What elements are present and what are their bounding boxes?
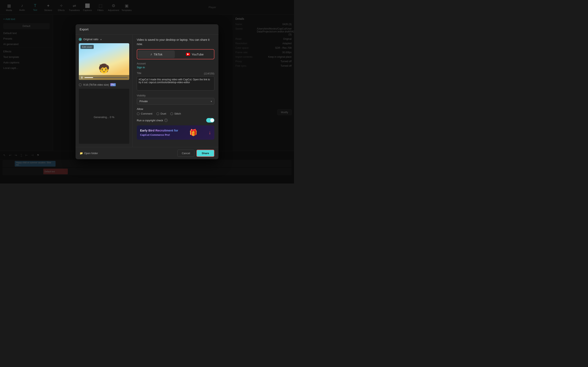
progress-bar[interactable] xyxy=(85,77,128,78)
progress-fill xyxy=(85,77,93,78)
allow-section: Allow Comment Duet Stitch xyxy=(137,108,214,115)
generating-text: Generating... 0 % xyxy=(94,116,114,119)
share-message: Video is saved to your desktop or laptop… xyxy=(137,38,214,46)
dialog-footer: 📁 Open folder Cancel Share xyxy=(76,147,218,159)
visibility-select-wrapper: Private Public Friends ▼ xyxy=(137,98,214,105)
stitch-checkbox xyxy=(170,112,173,115)
tiktok-ratio-row: 9:16 (TikTok video size) Pro xyxy=(79,83,129,86)
account-label: Account xyxy=(137,62,214,65)
stitch-label: Stitch xyxy=(174,112,181,115)
tab-tiktok[interactable]: ♪ TikTok xyxy=(138,50,175,58)
play-button[interactable]: ⏸ xyxy=(80,76,83,79)
info-icon[interactable]: ? xyxy=(164,119,168,122)
tiktok-ratio-label: 9:16 (TikTok video size) xyxy=(83,83,109,86)
radio-dot-inner xyxy=(80,39,81,40)
title-label: Title xyxy=(137,72,141,75)
banner-subtitle: CapCut Commerce Pro! xyxy=(140,133,178,137)
dialog-left-panel: Original ratio ▲ 🧒 Edit cover ⏸ xyxy=(76,34,133,147)
dialog-body: Original ratio ▲ 🧒 Edit cover ⏸ xyxy=(76,34,218,147)
dialog-header: Export xyxy=(76,24,218,34)
allow-duet[interactable]: Duet xyxy=(156,112,166,115)
tab-youtube[interactable]: YouTube xyxy=(176,50,213,58)
promo-banner[interactable]: Early Bird Recruitment for CapCut Commer… xyxy=(137,125,214,140)
video-controls: ⏸ xyxy=(79,75,129,80)
duet-label: Duet xyxy=(160,112,166,115)
account-section: Account Sign in xyxy=(137,62,214,69)
folder-icon: 📁 xyxy=(80,152,83,155)
allow-label: Allow xyxy=(137,108,214,110)
allow-stitch[interactable]: Stitch xyxy=(170,112,181,115)
comment-checkbox xyxy=(137,112,140,115)
platform-tabs: ♪ TikTok YouTube xyxy=(137,49,214,59)
copyright-section: Run a copyright check ? xyxy=(137,118,214,123)
ratio-label: Original ratio xyxy=(83,38,98,41)
duet-checkbox xyxy=(156,112,159,115)
tiktok-label: TikTok xyxy=(154,53,163,56)
cover-preview: 🧒 Edit cover ⏸ xyxy=(79,43,129,80)
title-textarea[interactable]: #CapCut I made this amazing video with C… xyxy=(137,76,214,91)
banner-arrow: ↓ xyxy=(209,130,211,135)
copyright-toggle[interactable] xyxy=(206,118,214,123)
modal-overlay: Export Original ratio ▲ xyxy=(0,0,294,184)
cover-image: 🧒 Edit cover ⏸ xyxy=(79,43,129,80)
allow-checkboxes: Comment Duet Stitch xyxy=(137,112,214,115)
open-folder-button[interactable]: 📁 Open folder xyxy=(80,152,98,155)
banner-text: Early Bird Recruitment for CapCut Commer… xyxy=(140,128,178,137)
footer-buttons: Cancel Share xyxy=(177,150,214,157)
banner-title: Early Bird Recruitment for xyxy=(140,128,178,133)
share-button[interactable]: Share xyxy=(196,150,214,157)
ratio-option[interactable]: Original ratio ▲ xyxy=(79,38,129,41)
title-header: Title (114/150) xyxy=(137,72,214,75)
youtube-icon xyxy=(186,53,190,56)
banner-decoration: 🎁 xyxy=(189,129,198,136)
copyright-label: Run a copyright check ? xyxy=(137,119,168,122)
sign-in-link[interactable]: Sign in xyxy=(137,66,214,69)
pro-badge: Pro xyxy=(110,83,116,86)
youtube-label: YouTube xyxy=(192,53,204,56)
export-dialog: Export Original ratio ▲ xyxy=(76,24,218,159)
title-count: (114/150) xyxy=(204,72,214,75)
tiktok-radio[interactable] xyxy=(79,83,82,86)
edit-cover-button[interactable]: Edit cover xyxy=(80,45,94,49)
toggle-knob xyxy=(210,118,214,122)
tiktok-icon: ♪ xyxy=(150,52,152,56)
visibility-label: Visibility xyxy=(137,94,214,97)
visibility-section: Visibility Private Public Friends ▼ xyxy=(137,94,214,105)
ratio-chevron: ▲ xyxy=(100,38,102,40)
ratio-preview: Generating... 0 % xyxy=(79,89,129,144)
radio-dot xyxy=(79,38,82,41)
cancel-button[interactable]: Cancel xyxy=(177,150,194,157)
comment-label: Comment xyxy=(141,112,152,115)
dialog-right-panel: Video is saved to your desktop or laptop… xyxy=(133,34,218,147)
allow-comment[interactable]: Comment xyxy=(137,112,152,115)
title-section: Title (114/150) #CapCut I made this amaz… xyxy=(137,72,214,91)
youtube-play-icon xyxy=(187,53,189,55)
visibility-select[interactable]: Private Public Friends xyxy=(137,98,214,105)
